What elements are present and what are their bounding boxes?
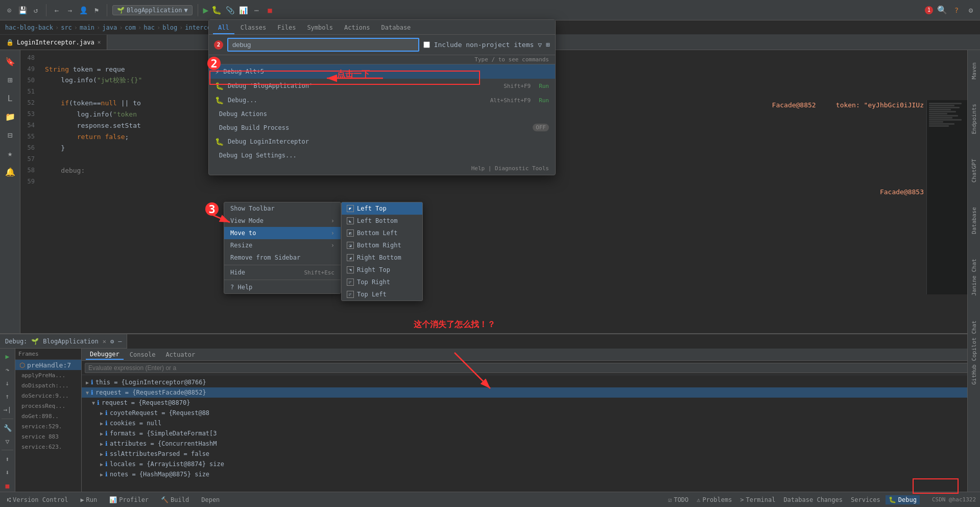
result-debug-log[interactable]: Debug Log Settings... bbox=[209, 149, 555, 162]
sidebar-structure-icon[interactable]: ⊞ bbox=[3, 73, 17, 87]
result-debug-actions[interactable]: Debug Actions bbox=[209, 107, 555, 121]
stop-button[interactable]: ■ bbox=[265, 5, 275, 15]
stack-item-service-883[interactable]: service 883 bbox=[15, 431, 81, 442]
wrench-icon[interactable]: 🔧 bbox=[2, 422, 14, 433]
var-request-inner[interactable]: ▼ ℹ request = {Request@8870} bbox=[82, 398, 980, 408]
var-ssl[interactable]: ▶ ℹ sslAttributesParsed = false bbox=[82, 449, 980, 459]
search-tab-database[interactable]: Database bbox=[376, 22, 416, 34]
status-build[interactable]: 🔨 Build bbox=[158, 495, 192, 504]
submenu-bottom-left[interactable]: ◩ Bottom Left bbox=[342, 227, 422, 239]
stack-item-5[interactable]: doGet:898.. bbox=[15, 411, 81, 421]
search-tab-all[interactable]: All bbox=[213, 22, 234, 34]
step-into-icon[interactable]: ↓ bbox=[2, 377, 14, 388]
submenu-left-top[interactable]: ◤ Left Top bbox=[342, 202, 422, 215]
breadcrumb-item-1[interactable]: src bbox=[61, 24, 72, 31]
sidebar-structure2-icon[interactable]: ⊟ bbox=[3, 128, 17, 142]
run-to-cursor-icon[interactable]: →| bbox=[2, 404, 14, 416]
submenu-right-top[interactable]: ◥ Right Top bbox=[342, 264, 422, 276]
status-todo[interactable]: ☑ TODO bbox=[665, 495, 691, 504]
maven-label[interactable]: Maven bbox=[970, 60, 978, 81]
stack-item-3[interactable]: doService:9... bbox=[15, 390, 81, 401]
menu-resize[interactable]: Resize › bbox=[224, 239, 341, 251]
result-debug-blogapp[interactable]: 🐛 Debug 'BlogApplication' Shift+F9 Run bbox=[209, 79, 555, 93]
breadcrumb-item-2[interactable]: main bbox=[80, 24, 94, 31]
non-project-checkbox[interactable] bbox=[423, 41, 430, 48]
result-debug-build[interactable]: Debug Build Process OFF bbox=[209, 121, 555, 134]
sidebar-bookmarks2-icon[interactable]: ★ bbox=[3, 146, 17, 160]
subtab-console[interactable]: Console bbox=[126, 350, 160, 359]
save-icon[interactable]: 💾 bbox=[17, 5, 28, 15]
search-tab-actions[interactable]: Actions bbox=[339, 22, 375, 34]
run-button[interactable]: ▶ bbox=[203, 5, 209, 15]
sidebar-project-icon[interactable]: 📁 bbox=[3, 109, 17, 124]
file-tab-close[interactable]: ✕ bbox=[98, 39, 101, 45]
menu-hide[interactable]: Hide Shift+Esc bbox=[224, 266, 341, 279]
menu-view-mode[interactable]: View Mode › bbox=[224, 215, 341, 227]
status-run[interactable]: ▶ Run bbox=[77, 495, 100, 504]
submenu-left-bottom[interactable]: ◣ Left Bottom bbox=[342, 215, 422, 227]
menu-move-to[interactable]: Move to › bbox=[224, 227, 341, 239]
debug-app-close[interactable]: ✕ bbox=[103, 338, 106, 345]
file-tab-logininterceptor[interactable]: 🔒 LoginInterceptor.java ✕ bbox=[0, 35, 107, 50]
var-locales[interactable]: ▶ ℹ locales = {ArrayList@8874} size bbox=[82, 459, 980, 469]
status-terminal[interactable]: > Terminal bbox=[737, 495, 778, 504]
search-tab-files[interactable]: Files bbox=[272, 22, 301, 34]
stack-item-6[interactable]: service:529. bbox=[15, 421, 81, 431]
subtab-actuator[interactable]: Actuator bbox=[161, 350, 199, 359]
search-everywhere-button[interactable]: 🔍 bbox=[937, 5, 947, 15]
status-problems[interactable]: ⚠ Problems bbox=[694, 495, 735, 504]
github-copilot-chat-label[interactable]: GitHub Copilot Chat bbox=[970, 318, 978, 387]
user-icon[interactable]: 👤 bbox=[78, 5, 88, 15]
status-depen[interactable]: Depen bbox=[198, 495, 223, 504]
forward-icon[interactable]: → bbox=[65, 5, 75, 15]
github-copilot-icon[interactable]: ⊙ bbox=[4, 5, 14, 15]
var-request[interactable]: ▼ ℹ request = {RequestFacade@8852} bbox=[82, 387, 980, 398]
breadcrumb-item-6[interactable]: blog bbox=[162, 24, 177, 31]
var-this[interactable]: ▶ ℹ this = {LoginInterceptor@8766} bbox=[82, 377, 980, 387]
help-icon[interactable]: ? bbox=[951, 5, 962, 15]
stack-item-4[interactable]: processReq... bbox=[15, 401, 81, 411]
status-db-changes[interactable]: Database Changes bbox=[780, 495, 846, 504]
filter-icon[interactable]: ▽ bbox=[2, 435, 14, 447]
var-notes[interactable]: ▶ ℹ notes = {HashMap@8875} size bbox=[82, 469, 980, 479]
filter-icon[interactable]: ▽ bbox=[538, 41, 542, 49]
janine-chat-label[interactable]: Janine Chat bbox=[970, 257, 978, 298]
result-debug-ellipsis[interactable]: 🐛 Debug... Alt+Shift+F9 Run bbox=[209, 93, 555, 107]
flag-icon[interactable]: ⚑ bbox=[91, 5, 102, 15]
stop-debug-icon[interactable]: ■ bbox=[2, 480, 14, 492]
submenu-right-bottom[interactable]: ◢ Right Bottom bbox=[342, 251, 422, 264]
debug-minimize-icon[interactable]: — bbox=[118, 338, 122, 345]
breadcrumb-item-3[interactable]: java bbox=[102, 24, 117, 31]
menu-show-toolbar[interactable]: Show Toolbar bbox=[224, 202, 341, 215]
result-debug-alt5[interactable]: ⚡ Debug Alt+5 bbox=[209, 64, 555, 79]
app-dropdown[interactable]: 🌱 BlogApplication ▼ bbox=[112, 5, 193, 15]
menu-help[interactable]: ? Help bbox=[224, 281, 341, 293]
status-version-control[interactable]: ⑆ Version Control bbox=[4, 495, 71, 504]
submenu-bottom-right[interactable]: ◪ Bottom Right bbox=[342, 239, 422, 251]
refresh-icon[interactable]: ↺ bbox=[31, 5, 41, 15]
var-attributes[interactable]: ▶ ℹ attributes = {ConcurrentHashM bbox=[82, 439, 980, 449]
endpoints-label[interactable]: Endpoints bbox=[970, 102, 978, 136]
breadcrumb-item-0[interactable]: hac-blog-back bbox=[5, 24, 53, 31]
step-out-icon[interactable]: ↑ bbox=[2, 391, 14, 402]
var-formats[interactable]: ▶ ℹ formats = {SimpleDateFormat[3 bbox=[82, 428, 980, 439]
step-down-icon[interactable]: ⬇ bbox=[2, 467, 14, 478]
database-label[interactable]: Database bbox=[970, 205, 978, 236]
status-services[interactable]: Services bbox=[848, 495, 883, 504]
back-icon[interactable]: ← bbox=[52, 5, 62, 15]
attach-debugger-icon[interactable]: 📎 bbox=[225, 5, 235, 15]
resume-icon[interactable]: ▶ bbox=[2, 351, 14, 362]
stack-item-0[interactable]: ⬡ preHandle:7 bbox=[15, 360, 81, 370]
subtab-debugger[interactable]: Debugger bbox=[86, 350, 124, 360]
step-over-icon[interactable]: ↷ bbox=[2, 364, 14, 375]
result-debug-logininterceptor[interactable]: 🐛 Debug LoginInterceptor bbox=[209, 134, 555, 149]
toggle-off-badge[interactable]: OFF bbox=[533, 124, 549, 131]
sidebar-leetcode-icon[interactable]: L bbox=[3, 91, 17, 105]
var-coyote[interactable]: ▶ ℹ coyoteRequest = {Request@88 bbox=[82, 408, 980, 418]
submenu-top-left[interactable]: ◸ Top Left bbox=[342, 288, 422, 301]
debug-settings-icon[interactable]: ⚙ bbox=[110, 338, 114, 345]
expand-icon[interactable]: ⊞ bbox=[546, 41, 550, 49]
breadcrumb-item-4[interactable]: com bbox=[125, 24, 136, 31]
search-input[interactable] bbox=[227, 38, 419, 52]
sidebar-bookmarks-icon[interactable]: 🔖 bbox=[3, 54, 17, 68]
